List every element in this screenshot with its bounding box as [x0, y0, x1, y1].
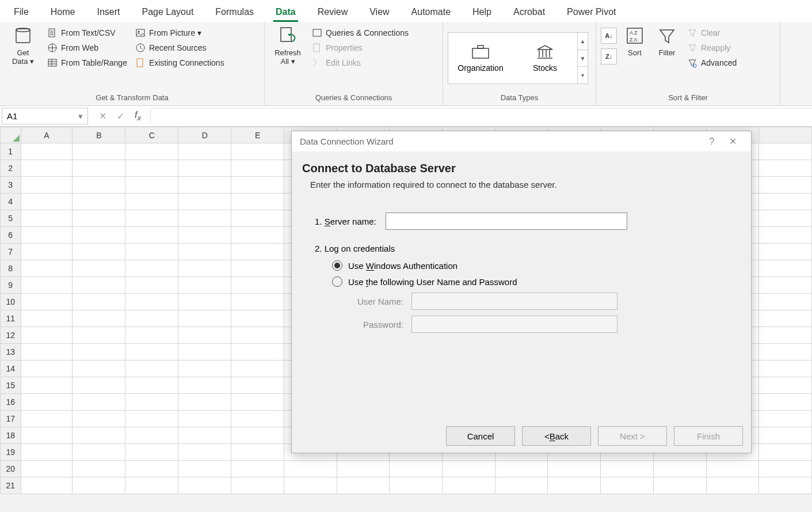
fx-icon[interactable]: fx [135, 110, 141, 122]
cell[interactable] [759, 477, 812, 494]
cell[interactable] [759, 444, 812, 461]
filter-button[interactable]: Filter [653, 24, 681, 57]
sort-desc-button[interactable]: Z↓ [601, 48, 617, 65]
column-header[interactable]: A [21, 127, 73, 143]
cell[interactable] [73, 477, 125, 494]
tab-review[interactable]: Review [315, 3, 350, 22]
cell[interactable] [231, 344, 284, 361]
cell[interactable] [231, 143, 284, 160]
cell[interactable] [231, 394, 284, 411]
tab-formulas[interactable]: Formulas [213, 3, 256, 22]
cell[interactable] [759, 177, 812, 194]
cell[interactable] [759, 361, 812, 377]
row-header[interactable]: 18 [1, 427, 21, 444]
cell[interactable] [73, 327, 125, 344]
tab-help[interactable]: Help [470, 3, 494, 22]
cell[interactable] [231, 310, 284, 327]
cell[interactable] [125, 477, 178, 494]
column-header[interactable] [759, 127, 812, 143]
tab-view[interactable]: View [367, 3, 391, 22]
cell[interactable] [73, 244, 125, 260]
cell[interactable] [231, 227, 284, 244]
cell[interactable] [21, 227, 73, 244]
cell[interactable] [21, 277, 73, 294]
cell[interactable] [125, 344, 178, 361]
tab-power-pivot[interactable]: Power Pivot [565, 3, 618, 22]
cell[interactable] [284, 461, 337, 477]
row-header[interactable]: 7 [1, 244, 21, 260]
cell[interactable] [125, 394, 178, 411]
cell[interactable] [21, 394, 73, 411]
cell[interactable] [759, 411, 812, 427]
cell[interactable] [443, 477, 495, 494]
cell[interactable] [125, 244, 178, 260]
cell[interactable] [759, 327, 812, 344]
tab-insert[interactable]: Insert [94, 3, 122, 22]
cell[interactable] [125, 444, 178, 461]
gallery-down[interactable]: ▼ [578, 50, 588, 67]
data-type-organization[interactable]: Organization [448, 33, 513, 84]
cell[interactable] [125, 177, 178, 194]
data-type-stocks[interactable]: Stocks [513, 33, 577, 84]
cell[interactable] [21, 344, 73, 361]
tab-file[interactable]: File [12, 3, 31, 22]
radio-username-password[interactable]: Use the following User Name and Password [332, 276, 741, 287]
cell[interactable] [73, 210, 125, 227]
cell[interactable] [21, 194, 73, 210]
server-name-input[interactable] [386, 213, 627, 230]
cell[interactable] [125, 143, 178, 160]
row-header[interactable]: 16 [1, 394, 21, 411]
cell[interactable] [73, 444, 125, 461]
from-text-csv-button[interactable]: From Text/CSV [45, 26, 129, 39]
row-header[interactable]: 10 [1, 294, 21, 310]
cell[interactable] [178, 227, 231, 244]
cell[interactable] [73, 194, 125, 210]
cell[interactable] [759, 310, 812, 327]
cell[interactable] [178, 210, 231, 227]
cell[interactable] [125, 194, 178, 210]
cell[interactable] [178, 394, 231, 411]
gallery-up[interactable]: ▲ [578, 33, 588, 50]
cell[interactable] [21, 177, 73, 194]
cell[interactable] [21, 143, 73, 160]
cell[interactable] [21, 244, 73, 260]
row-header[interactable]: 12 [1, 327, 21, 344]
from-table-range-button[interactable]: From Table/Range [45, 56, 129, 69]
cell[interactable] [21, 444, 73, 461]
cell[interactable] [231, 477, 284, 494]
cell[interactable] [178, 143, 231, 160]
cell[interactable] [759, 461, 812, 477]
row-header[interactable]: 11 [1, 310, 21, 327]
tab-home[interactable]: Home [48, 3, 78, 22]
cell[interactable] [21, 377, 73, 394]
cell[interactable] [231, 210, 284, 227]
cell[interactable] [231, 377, 284, 394]
cell[interactable] [125, 377, 178, 394]
cell[interactable] [231, 177, 284, 194]
cell[interactable] [548, 461, 601, 477]
cell[interactable] [759, 344, 812, 361]
cell[interactable] [178, 361, 231, 377]
cell[interactable] [178, 160, 231, 177]
cell[interactable] [125, 411, 178, 427]
cell[interactable] [601, 461, 654, 477]
cell[interactable] [284, 477, 337, 494]
cell[interactable] [231, 427, 284, 444]
cell[interactable] [21, 461, 73, 477]
cell[interactable] [73, 260, 125, 277]
cell[interactable] [178, 194, 231, 210]
row-header[interactable]: 2 [1, 160, 21, 177]
cell[interactable] [653, 477, 706, 494]
cell[interactable] [231, 260, 284, 277]
cell[interactable] [21, 411, 73, 427]
gallery-more[interactable]: ▾ [578, 67, 588, 84]
chevron-down-icon[interactable]: ▾ [78, 111, 83, 122]
cell[interactable] [759, 143, 812, 160]
column-header[interactable]: C [125, 127, 178, 143]
column-header[interactable]: D [178, 127, 231, 143]
select-all-corner[interactable] [1, 127, 21, 143]
cell[interactable] [337, 461, 390, 477]
tab-acrobat[interactable]: Acrobat [511, 3, 547, 22]
cell[interactable] [21, 294, 73, 310]
cell[interactable] [73, 160, 125, 177]
